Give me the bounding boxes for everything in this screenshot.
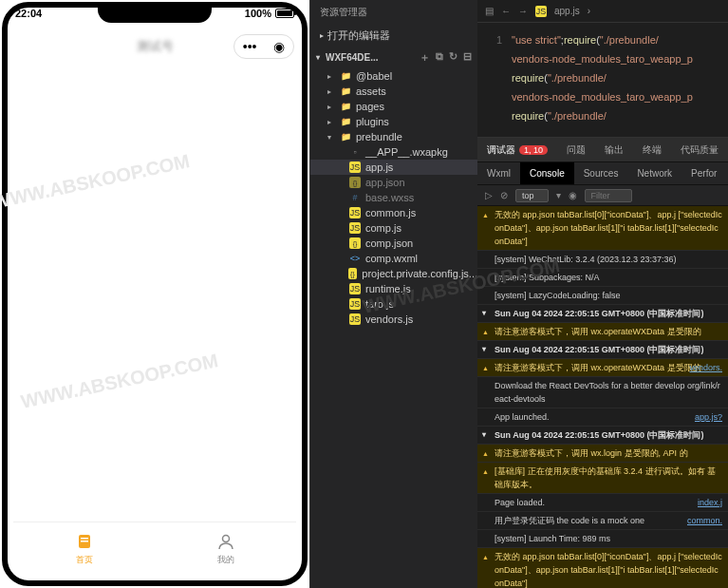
code-editor[interactable]: 1"use strict";require("./prebundle/vendo… — [477, 23, 728, 137]
layout-icon[interactable]: ▤ — [485, 6, 494, 16]
source-link[interactable]: common. — [687, 514, 722, 527]
refresh-icon[interactable]: ↻ — [449, 50, 457, 65]
file-node[interactable]: {}comp.json — [310, 236, 477, 251]
clear-icon[interactable]: ⊘ — [500, 190, 508, 200]
node-label: taro.js — [365, 298, 394, 310]
project-header[interactable]: WXF64DE... ＋ ⧉ ↻ ⊟ — [310, 47, 477, 68]
devtools-pane: 调试器1, 10 问题 输出 终端 代码质量 Wxml Console Sour… — [477, 137, 728, 588]
console-row[interactable]: 无效的 app.json tabBar.list[0]["iconData"]、… — [477, 206, 728, 251]
console-row[interactable]: [system] WeChatLib: 3.2.4 (2023.12.3 23:… — [477, 251, 728, 269]
file-node[interactable]: JStaro.js — [310, 296, 477, 312]
tab-terminal[interactable]: 终端 — [633, 138, 671, 161]
console-row[interactable]: [system] LazyCodeLoading: false — [477, 287, 728, 305]
node-label: __APP__.wxapkg — [365, 146, 448, 158]
nav-back-icon[interactable]: ← — [501, 6, 511, 16]
subtab-sources[interactable]: Sources — [574, 162, 628, 184]
collapse-icon[interactable]: ⊟ — [463, 50, 472, 65]
console-output[interactable]: 无效的 app.json tabBar.list[0]["iconData"]、… — [477, 206, 728, 588]
nav-forward-icon[interactable]: → — [518, 6, 528, 16]
source-link[interactable]: index.j — [698, 496, 722, 509]
folder-icon: 📁 — [340, 85, 351, 97]
folder-node[interactable]: ▸📁plugins — [310, 114, 477, 129]
folder-node[interactable]: ▾📁prebundle — [310, 129, 477, 144]
console-row[interactable]: 请注意游客模式下，调用 wx.operateWXData 是受限的 — [477, 323, 728, 341]
chevron-icon: ▸ — [327, 72, 335, 81]
folder-node[interactable]: ▸📁assets — [310, 84, 477, 99]
file-node[interactable]: JSvendors.js — [310, 312, 477, 327]
svg-point-3 — [222, 536, 229, 542]
tab-output[interactable]: 输出 — [595, 138, 633, 161]
source-link[interactable]: vendors. — [689, 361, 722, 374]
subtab-wxml[interactable]: Wxml — [477, 162, 520, 184]
console-row[interactable]: 用户登录凭证码 the code is a mock onecommon. — [477, 512, 728, 530]
new-file-icon[interactable]: ＋ — [420, 50, 430, 65]
file-node[interactable]: #base.wxss — [310, 190, 477, 205]
node-label: comp.wxml — [365, 253, 418, 264]
console-row[interactable]: 无效的 app.json tabBar.list[0]["iconData"]、… — [477, 548, 728, 588]
new-folder-icon[interactable]: ⧉ — [436, 50, 443, 65]
file-node[interactable]: {}app.json — [310, 175, 477, 190]
file-icon: ▫ — [349, 146, 361, 158]
caret-down-icon[interactable]: ▾ — [556, 190, 561, 200]
node-label: common.js — [365, 207, 416, 218]
play-icon[interactable]: ▷ — [485, 190, 493, 200]
file-node[interactable]: JScomp.js — [310, 220, 477, 236]
file-node[interactable]: {}project.private.config.js... — [310, 266, 477, 281]
console-row[interactable]: 请注意游客模式下，调用 wx.operateWXData 是受限的vendors… — [477, 359, 728, 377]
editor-pane: ▤ ← → JS app.js › 1"use strict";require(… — [477, 0, 728, 588]
svg-rect-1 — [81, 538, 88, 540]
console-row[interactable]: Sun Aug 04 2024 22:05:15 GMT+0800 (中国标准时… — [477, 341, 728, 359]
menu-dots-icon[interactable]: ••• — [243, 39, 257, 54]
file-node[interactable]: ▫__APP__.wxapkg — [310, 144, 477, 160]
capsule-buttons[interactable]: ••• ◉ — [233, 34, 294, 59]
node-label: @babel — [356, 70, 392, 82]
console-toolbar: ▷ ⊘ top ▾ ◉ — [477, 185, 728, 206]
console-row[interactable]: [system] Launch Time: 989 ms — [477, 530, 728, 548]
subtab-performance[interactable]: Perfor — [681, 162, 726, 184]
file-node[interactable]: JSruntime.js — [310, 281, 477, 296]
console-row[interactable]: 请注意游客模式下，调用 wx.login 是受限的, API 的 — [477, 445, 728, 463]
tab-quality[interactable]: 代码质量 — [671, 138, 728, 161]
console-row[interactable]: [system] Subpackages: N/A — [477, 269, 728, 287]
folder-node[interactable]: ▸📁pages — [310, 99, 477, 114]
filter-input[interactable] — [585, 189, 632, 202]
project-name: WXF64DE... — [326, 52, 379, 63]
open-editors-section[interactable]: 打开的编辑器 — [310, 25, 477, 47]
console-row[interactable]: Download the React DevTools for a better… — [477, 377, 728, 408]
tab-issues[interactable]: 问题 — [557, 138, 595, 161]
console-row[interactable]: App launched.app.js? — [477, 408, 728, 427]
explorer-toolbar: ＋ ⧉ ↻ ⊟ — [420, 50, 472, 65]
js-icon: JS — [349, 298, 361, 310]
file-node[interactable]: <>comp.wxml — [310, 251, 477, 266]
console-row[interactable]: [基础库] 正在使用灰度中的基础库 3.2.4 进行调试。如有 基础库版本。 — [477, 463, 728, 494]
tab-label: 我的 — [217, 554, 234, 566]
tab-debugger[interactable]: 调试器1, 10 — [477, 138, 557, 161]
device-notch — [98, 2, 212, 23]
source-link[interactable]: app.js? — [695, 410, 722, 424]
folder-node[interactable]: ▸📁@babel — [310, 68, 477, 84]
console-row[interactable]: Sun Aug 04 2024 22:05:15 GMT+0800 (中国标准时… — [477, 427, 728, 445]
explorer-title: 资源管理器 — [310, 0, 477, 25]
console-row[interactable]: Sun Aug 04 2024 22:05:15 GMT+0800 (中国标准时… — [477, 305, 728, 323]
console-row[interactable]: Page loaded.index.j — [477, 494, 728, 512]
json-icon: {} — [348, 268, 358, 279]
tab-home[interactable]: 首页 — [13, 522, 155, 575]
json-icon: {} — [349, 237, 361, 249]
wxml-icon: <> — [349, 253, 361, 264]
file-tree: ▸📁@babel▸📁assets▸📁pages▸📁plugins▾📁prebun… — [310, 68, 477, 588]
eye-icon[interactable]: ◉ — [569, 190, 577, 200]
file-node[interactable]: JSapp.js — [310, 160, 477, 175]
file-node[interactable]: JScommon.js — [310, 205, 477, 220]
js-icon: JS — [349, 161, 361, 173]
target-icon[interactable]: ◉ — [273, 39, 285, 54]
crumb-file[interactable]: app.js — [554, 6, 580, 16]
tab-mine[interactable]: 我的 — [155, 522, 296, 575]
simulator-pane: 22:04 100% 测试号 ••• ◉ WWW.ABSKOOP.COM WWW… — [0, 0, 310, 588]
home-icon — [74, 531, 95, 552]
context-select[interactable]: top — [515, 189, 549, 202]
devtools-top-tabs: 调试器1, 10 问题 输出 终端 代码质量 — [477, 138, 728, 162]
device-frame — [2, 2, 308, 586]
js-icon: JS — [349, 207, 361, 218]
subtab-console[interactable]: Console — [520, 162, 574, 184]
subtab-network[interactable]: Network — [627, 162, 681, 184]
